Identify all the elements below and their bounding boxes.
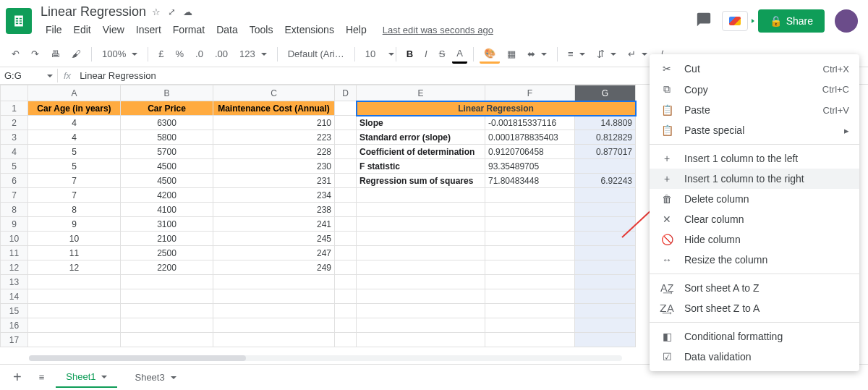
cell[interactable] — [485, 333, 575, 347]
header-cell[interactable]: Car Age (in years) — [28, 101, 121, 116]
col-header-E[interactable]: E — [357, 85, 485, 101]
spreadsheet-grid[interactable]: A B C D E F G 1 Car Age (in years) Car P… — [0, 85, 636, 347]
cell[interactable] — [485, 260, 575, 275]
row-header[interactable]: 15 — [1, 304, 28, 318]
share-button[interactable]: 🔒 Share — [758, 9, 825, 33]
cell[interactable] — [357, 333, 485, 347]
select-all-corner[interactable] — [1, 85, 28, 101]
ctx-insert-right[interactable]: +Insert 1 column to the right — [650, 169, 859, 189]
row-header[interactable]: 2 — [1, 116, 28, 130]
cell[interactable]: 14.8809 — [575, 116, 636, 130]
cell[interactable] — [575, 318, 636, 333]
row-header[interactable]: 5 — [1, 159, 28, 174]
row-header[interactable]: 16 — [1, 318, 28, 333]
ctx-data-validation[interactable]: ☑Data validation — [650, 347, 859, 367]
cell[interactable] — [335, 159, 357, 174]
ctx-cut[interactable]: ✂CutCtrl+X — [650, 59, 859, 79]
row-header[interactable]: 8 — [1, 203, 28, 217]
ctx-hide-column[interactable]: 🚫Hide column — [650, 229, 859, 250]
all-sheets-button[interactable]: ≡ — [35, 369, 49, 386]
merged-header-cell[interactable]: Linear Regression — [357, 101, 636, 116]
cell[interactable]: 10 — [28, 232, 121, 246]
cell[interactable]: 3100 — [121, 217, 213, 232]
col-header-D[interactable]: D — [335, 85, 357, 101]
cell[interactable]: 249 — [213, 260, 335, 275]
cell[interactable]: 2100 — [121, 232, 213, 246]
percent-button[interactable]: % — [171, 46, 188, 62]
menu-help[interactable]: Help — [341, 22, 372, 37]
ctx-delete-column[interactable]: 🗑Delete column — [650, 189, 859, 209]
cell[interactable] — [121, 318, 213, 333]
cell[interactable] — [357, 188, 485, 203]
ctx-paste-special[interactable]: 📋Paste special▸ — [650, 120, 859, 140]
cell[interactable]: Regression sum of squares — [357, 174, 485, 188]
cell[interactable] — [575, 246, 636, 260]
cell[interactable]: 7 — [28, 174, 121, 188]
menu-file[interactable]: File — [41, 22, 67, 37]
cell[interactable]: 6300 — [121, 116, 213, 130]
cell[interactable]: 71.80483448 — [485, 174, 575, 188]
cell[interactable] — [485, 232, 575, 246]
cell[interactable]: 8 — [28, 203, 121, 217]
cell[interactable]: 7 — [28, 188, 121, 203]
decrease-decimal-button[interactable]: .0 — [191, 46, 208, 62]
borders-button[interactable]: ▦ — [503, 46, 520, 62]
cell[interactable] — [575, 203, 636, 217]
cell[interactable] — [28, 289, 121, 304]
cell[interactable] — [575, 159, 636, 174]
cell[interactable] — [357, 275, 485, 289]
increase-decimal-button[interactable]: .00 — [210, 46, 232, 62]
cell[interactable] — [357, 232, 485, 246]
col-header-G[interactable]: G — [575, 85, 636, 101]
cell[interactable] — [485, 246, 575, 260]
text-color-button[interactable]: A — [452, 45, 467, 64]
menu-edit[interactable]: Edit — [69, 22, 96, 37]
cell[interactable]: 0.877017 — [575, 145, 636, 159]
font-select[interactable]: Default (Ari… — [284, 46, 349, 62]
ctx-conditional-formatting[interactable]: ◧Conditional formatting — [650, 326, 859, 347]
col-header-F[interactable]: F — [485, 85, 575, 101]
bold-button[interactable]: B — [402, 46, 417, 62]
row-header[interactable]: 11 — [1, 246, 28, 260]
cell[interactable]: 0.0001878835403 — [485, 130, 575, 145]
cell[interactable] — [335, 333, 357, 347]
cell[interactable]: 5 — [28, 159, 121, 174]
cell[interactable] — [575, 304, 636, 318]
font-size-select[interactable]: 10 — [361, 46, 390, 62]
cell[interactable]: 4500 — [121, 174, 213, 188]
cell[interactable]: 5700 — [121, 145, 213, 159]
cell[interactable]: 0.812829 — [575, 130, 636, 145]
cell[interactable] — [357, 289, 485, 304]
cell[interactable]: 12 — [28, 260, 121, 275]
cell[interactable] — [357, 203, 485, 217]
cell[interactable] — [575, 289, 636, 304]
cell[interactable] — [121, 304, 213, 318]
cell[interactable] — [357, 246, 485, 260]
cell[interactable] — [121, 333, 213, 347]
cell[interactable] — [213, 289, 335, 304]
cell[interactable]: 2200 — [121, 260, 213, 275]
cell[interactable]: 241 — [213, 217, 335, 232]
cell[interactable] — [485, 289, 575, 304]
cell[interactable]: 238 — [213, 203, 335, 217]
strikethrough-button[interactable]: S — [435, 46, 450, 62]
sheets-logo[interactable] — [6, 8, 32, 34]
cell[interactable] — [28, 333, 121, 347]
cell[interactable]: 93.35489705 — [485, 159, 575, 174]
cell[interactable] — [485, 217, 575, 232]
cell[interactable] — [335, 217, 357, 232]
cell[interactable]: 4200 — [121, 188, 213, 203]
cell[interactable] — [357, 304, 485, 318]
text-wrap-button[interactable]: ↵ — [624, 46, 652, 62]
add-sheet-button[interactable]: + — [7, 366, 27, 389]
row-header[interactable]: 6 — [1, 174, 28, 188]
row-header[interactable]: 10 — [1, 232, 28, 246]
ctx-sort-az[interactable]: A͢ZSort sheet A to Z — [650, 278, 859, 298]
redo-icon[interactable]: ↷ — [27, 46, 43, 62]
print-icon[interactable]: 🖶 — [46, 46, 64, 62]
row-header[interactable]: 1 — [1, 101, 28, 116]
cell[interactable] — [485, 275, 575, 289]
col-header-B[interactable]: B — [121, 85, 213, 101]
cell[interactable]: 2500 — [121, 246, 213, 260]
cell[interactable]: -0.001815337116 — [485, 116, 575, 130]
